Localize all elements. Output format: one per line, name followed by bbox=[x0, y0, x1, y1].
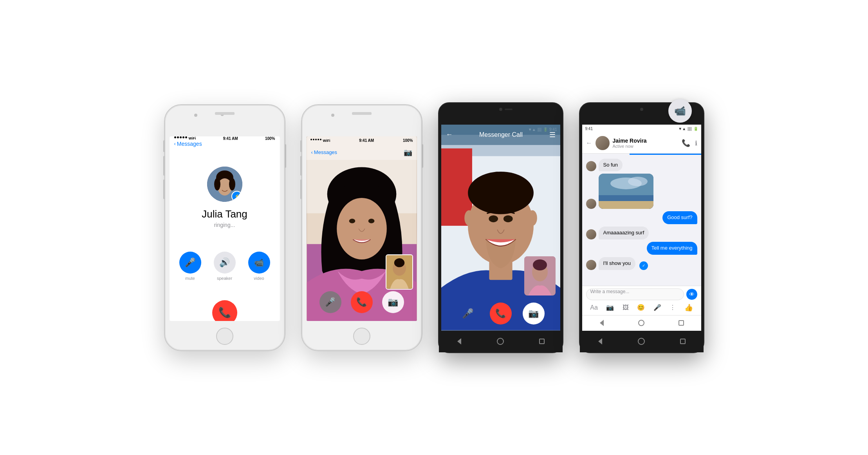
end-call-button[interactable]: 📞 bbox=[212, 300, 237, 321]
video-toggle-button[interactable]: 📷 bbox=[382, 291, 404, 313]
svg-point-41 bbox=[638, 338, 644, 344]
call-actions: 🎤 mute 🔊 speaker 📹 bbox=[179, 252, 270, 281]
info-icon[interactable]: ℹ bbox=[695, 140, 697, 147]
phone-hangup-icon: 📞 bbox=[495, 308, 506, 319]
call-controls: 🎤 📞 📷 bbox=[441, 303, 560, 324]
status-bar: 9:41 ▼▲ |||| 🔋 bbox=[582, 125, 701, 133]
speaker-label: speaker bbox=[217, 276, 232, 281]
phone4-screen: 9:41 ▼▲ |||| 🔋 ← Jaime Rovira Active now bbox=[582, 125, 701, 331]
back-nav-icon[interactable] bbox=[598, 319, 605, 326]
camera-icon: 📷 bbox=[528, 308, 539, 319]
svg-point-22 bbox=[464, 210, 474, 225]
messenger-seen-icon: ✓ bbox=[639, 261, 648, 270]
mic-button[interactable]: 🎤 bbox=[653, 304, 661, 311]
home-nav-icon[interactable] bbox=[496, 337, 504, 345]
message-bubble: So fun bbox=[599, 159, 623, 172]
signal-dot bbox=[320, 139, 321, 140]
video-call-badge[interactable]: 📹 bbox=[668, 99, 692, 123]
battery-indicator: 100% bbox=[265, 136, 275, 141]
camera-button[interactable]: 📷 bbox=[606, 304, 614, 311]
message-row bbox=[586, 174, 697, 209]
caller-video bbox=[441, 125, 560, 331]
home-nav-icon[interactable] bbox=[638, 319, 645, 326]
speaker-action[interactable]: 🔊 speaker bbox=[214, 252, 236, 281]
messenger-icon: ⚡ bbox=[235, 194, 239, 198]
camera-flip-icon[interactable]: 📷 bbox=[404, 148, 412, 157]
signal-dot bbox=[313, 139, 314, 140]
video-action[interactable]: 📹 video bbox=[248, 252, 270, 281]
speaker-button[interactable]: 🔊 bbox=[214, 252, 236, 274]
microphone-mute-icon: 🎤 bbox=[185, 257, 195, 268]
checkmark-icon: ✓ bbox=[642, 263, 645, 268]
caller-status: ringing... bbox=[214, 222, 235, 228]
battery-icon: 🔋 bbox=[693, 127, 698, 131]
emoji-button[interactable]: 😊 bbox=[637, 304, 645, 311]
video-toggle-button[interactable]: 📷 bbox=[523, 303, 545, 324]
mute-button[interactable]: 🎤 bbox=[457, 303, 479, 324]
phone2-screen: WiFi 9:41 AM 100% ‹ Messages 📷 bbox=[307, 136, 417, 321]
svg-point-30 bbox=[497, 338, 503, 344]
signal-dot bbox=[174, 136, 176, 138]
recents-nav-icon[interactable] bbox=[538, 337, 546, 345]
back-button[interactable]: ‹ Messages bbox=[311, 149, 337, 155]
android-video-call-ui: ▼▲ |||| 🔋 9:41 ← Messenger Call ☰ bbox=[441, 125, 560, 331]
message-text: I'll show you bbox=[603, 260, 631, 266]
android-top-bar: 📹 bbox=[580, 103, 704, 125]
phone-hangup-icon: 📞 bbox=[356, 297, 367, 307]
beach-photo bbox=[599, 174, 653, 209]
call-controls: 🎤 📞 📷 bbox=[307, 291, 417, 313]
message-text: Good surf? bbox=[667, 214, 692, 220]
svg-point-23 bbox=[528, 210, 537, 225]
end-call-button[interactable]: 📞 bbox=[490, 303, 512, 324]
back-button[interactable]: ← bbox=[446, 131, 453, 139]
caller-name: Julia Tang bbox=[202, 208, 247, 220]
chat-toolbar: Aa 📷 🖼 😊 🎤 ⋮ 👍 bbox=[586, 303, 697, 313]
sender-avatar bbox=[586, 199, 596, 209]
home-button[interactable] bbox=[216, 328, 233, 345]
send-button[interactable]: 👁 bbox=[686, 289, 697, 300]
mute-button[interactable]: 🎤 bbox=[319, 291, 341, 313]
home-nav-icon[interactable] bbox=[637, 337, 645, 345]
contact-avatar bbox=[596, 136, 610, 150]
messenger-badge: ⚡ bbox=[231, 191, 242, 202]
back-nav-icon[interactable] bbox=[596, 337, 604, 345]
message-row: I'll show you ✓ bbox=[586, 257, 697, 270]
svg-rect-31 bbox=[540, 339, 544, 344]
home-button[interactable] bbox=[353, 328, 370, 345]
message-bubble: I'll show you bbox=[599, 257, 635, 270]
wifi-icon: WiFi bbox=[189, 136, 196, 140]
camera-icon: 📷 bbox=[388, 297, 398, 307]
mute-button[interactable]: 🎤 bbox=[179, 252, 201, 274]
image-button[interactable]: 🖼 bbox=[623, 304, 629, 311]
sender-avatar bbox=[586, 260, 596, 270]
back-nav-icon[interactable] bbox=[455, 337, 463, 345]
video-button[interactable]: 📹 bbox=[248, 252, 270, 274]
call-header: ← Messenger Call ☰ bbox=[441, 125, 560, 145]
svg-point-15 bbox=[394, 258, 404, 267]
text-format-button[interactable]: Aa bbox=[590, 304, 598, 311]
mute-action[interactable]: 🎤 mute bbox=[179, 252, 201, 281]
back-button[interactable]: ‹ Messages bbox=[174, 141, 202, 147]
message-input[interactable]: Write a message... bbox=[586, 288, 684, 300]
recents-nav-icon[interactable] bbox=[679, 337, 687, 345]
back-button[interactable]: ← bbox=[586, 140, 592, 147]
self-video-feed bbox=[524, 256, 556, 295]
like-button[interactable]: 👍 bbox=[684, 303, 693, 312]
messenger-chat-ui: 9:41 ▼▲ |||| 🔋 ← Jaime Rovira Active now bbox=[582, 125, 701, 331]
svg-point-4 bbox=[229, 178, 235, 190]
message-text: Amaaaaazing surf bbox=[603, 230, 644, 236]
recents-nav-icon[interactable] bbox=[678, 319, 685, 326]
svg-rect-39 bbox=[679, 321, 684, 325]
phone-icon[interactable]: 📞 bbox=[682, 139, 690, 147]
svg-point-38 bbox=[639, 320, 644, 326]
svg-point-21 bbox=[468, 171, 534, 214]
nav-bar: ‹ Messages 📷 bbox=[307, 145, 417, 160]
chat-messages: So fun bbox=[582, 155, 701, 286]
chevron-left-icon: ‹ bbox=[174, 141, 176, 147]
svg-point-11 bbox=[349, 218, 355, 223]
front-camera bbox=[194, 114, 197, 117]
more-button[interactable]: ⋮ bbox=[669, 304, 676, 311]
end-call-button[interactable]: 📞 bbox=[351, 291, 373, 313]
svg-marker-29 bbox=[457, 338, 461, 344]
more-options-button[interactable]: ☰ bbox=[549, 131, 556, 139]
